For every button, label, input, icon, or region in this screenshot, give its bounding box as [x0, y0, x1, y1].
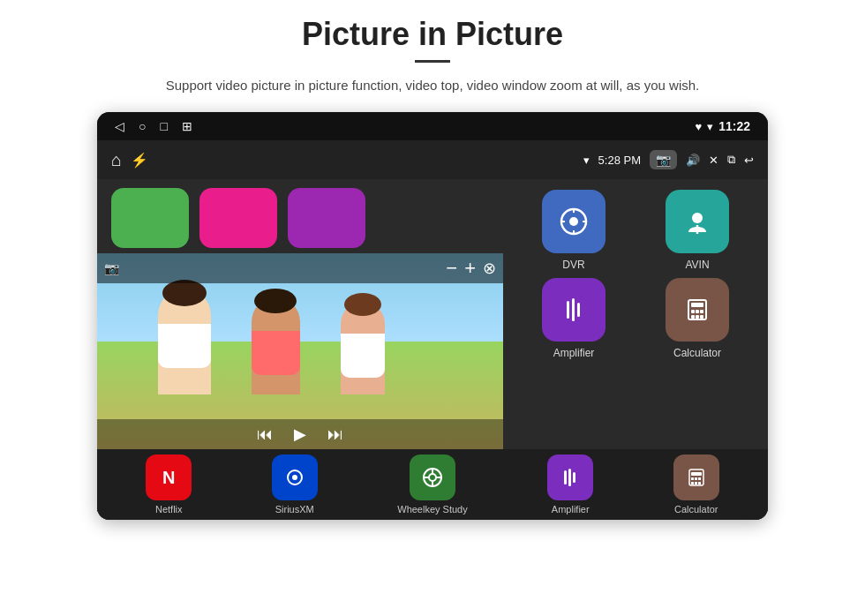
- back-icon[interactable]: ◁: [115, 119, 124, 133]
- nav-bar: ⌂ ⚡ ▾ 5:28 PM 📷 🔊 ✕ ⧉ ↩: [97, 140, 768, 179]
- right-apps: DVR AVIN: [503, 179, 768, 449]
- pip-rewind-icon[interactable]: ⏮: [257, 425, 273, 444]
- nav-wifi-icon: ▾: [583, 154, 590, 167]
- svg-point-2: [692, 213, 703, 223]
- camera-button[interactable]: 📷: [650, 150, 677, 169]
- shirt2: [252, 331, 300, 375]
- calculator-label: Calculator: [673, 347, 721, 359]
- pip-overlay: 📷 − + ⊗ ⏮ ▶ ⏭: [97, 253, 503, 449]
- pip-icon[interactable]: ⧉: [727, 153, 735, 167]
- pip-controls-bar: 📷 − + ⊗: [97, 253, 503, 283]
- siriusxm-icon-box: [272, 454, 318, 500]
- status-bar-right: ♥ ▾ 11:22: [695, 119, 750, 133]
- app-placeholder-2[interactable]: [199, 188, 277, 248]
- svg-rect-23: [564, 470, 567, 485]
- pip-resize-controls: − + ⊗: [446, 257, 496, 280]
- wheelkey-bottom-app[interactable]: Wheelkey Study: [397, 454, 467, 515]
- person1: [158, 289, 211, 394]
- amplifier-bottom-label: Amplifier: [552, 504, 590, 515]
- svg-rect-27: [691, 472, 702, 476]
- dvr-app-icon[interactable]: DVR: [515, 190, 632, 271]
- avin-icon-box: [666, 190, 729, 253]
- svg-rect-24: [568, 469, 571, 486]
- recent-apps-icon[interactable]: □: [160, 119, 167, 133]
- wifi-icon: ▾: [707, 120, 713, 133]
- pip-minus-icon[interactable]: −: [446, 257, 457, 280]
- home-icon[interactable]: ⌂: [111, 150, 122, 170]
- close-icon[interactable]: ✕: [709, 154, 718, 167]
- calculator-bottom-label: Calculator: [674, 504, 718, 515]
- wheelkey-icon-box: [410, 454, 455, 500]
- svg-rect-5: [572, 298, 575, 321]
- svg-point-1: [569, 217, 578, 226]
- netflix-icon-box: N: [146, 454, 192, 500]
- svg-rect-14: [700, 315, 703, 319]
- amplifier-bottom-app[interactable]: Amplifier: [547, 454, 593, 515]
- svg-rect-25: [573, 472, 575, 483]
- amplifier-label: Amplifier: [553, 347, 595, 359]
- svg-rect-9: [691, 310, 695, 313]
- page-container: Picture in Picture Support video picture…: [0, 0, 865, 616]
- status-bar: ◁ ○ □ ⊞ ♥ ▾ 11:22: [97, 112, 768, 140]
- dvr-label: DVR: [562, 259, 584, 271]
- svg-rect-8: [691, 303, 703, 307]
- svg-rect-6: [577, 303, 580, 317]
- pip-bottom-controls: ⏮ ▶ ⏭: [97, 419, 503, 449]
- siriusxm-label: SiriusXM: [275, 504, 314, 515]
- person3: [341, 302, 385, 394]
- svg-rect-30: [698, 477, 701, 480]
- usb-icon[interactable]: ⚡: [131, 152, 148, 169]
- page-subtitle: Support video picture in picture functio…: [166, 75, 699, 96]
- pip-play-icon[interactable]: ▶: [294, 424, 306, 444]
- calculator-icon-box: [666, 278, 729, 342]
- nav-time: 5:28 PM: [598, 154, 641, 167]
- pip-video-container[interactable]: 📷 − + ⊗ ⏮ ▶ ⏭: [97, 253, 503, 449]
- dvr-icon-box: [542, 190, 606, 253]
- title-divider: [415, 60, 450, 63]
- main-area: 📷 − + ⊗ ⏮ ▶ ⏭: [97, 179, 768, 520]
- pip-plus-icon[interactable]: +: [464, 257, 476, 280]
- calculator-bottom-app[interactable]: Calculator: [673, 454, 719, 515]
- svg-rect-32: [695, 482, 697, 485]
- siriusxm-bottom-app[interactable]: SiriusXM: [272, 454, 318, 515]
- nav-right: ▾ 5:28 PM 📷 🔊 ✕ ⧉ ↩: [583, 150, 754, 169]
- app-grid-area: 📷 − + ⊗ ⏮ ▶ ⏭: [97, 179, 768, 449]
- back-nav-icon[interactable]: ↩: [744, 154, 754, 167]
- svg-rect-4: [567, 301, 569, 319]
- app-placeholder-1[interactable]: [111, 188, 189, 248]
- avin-app-icon[interactable]: AVIN: [639, 190, 756, 271]
- pip-close-icon[interactable]: ⊗: [483, 259, 496, 278]
- svg-rect-29: [695, 477, 697, 480]
- svg-rect-10: [696, 310, 699, 313]
- pip-forward-icon[interactable]: ⏭: [327, 425, 343, 444]
- device-frame: ◁ ○ □ ⊞ ♥ ▾ 11:22 ⌂ ⚡ ▾ 5:28 PM 📷 🔊: [97, 112, 768, 520]
- app-row-behind: [97, 179, 503, 253]
- status-bar-left: ◁ ○ □ ⊞: [115, 119, 192, 133]
- hair1: [162, 280, 207, 306]
- shirt1: [158, 324, 211, 368]
- svg-rect-13: [696, 315, 699, 319]
- hair2: [254, 289, 297, 313]
- nav-left: ⌂ ⚡: [111, 150, 148, 170]
- volume-icon[interactable]: 🔊: [686, 154, 700, 167]
- calculator-app-icon[interactable]: Calculator: [639, 278, 756, 359]
- hair3: [344, 293, 381, 316]
- home-circle-icon[interactable]: ○: [139, 119, 146, 133]
- svg-rect-12: [691, 315, 695, 319]
- svg-point-16: [292, 475, 297, 480]
- menu-icon[interactable]: ⊞: [182, 119, 192, 133]
- status-time: 11:22: [718, 119, 750, 133]
- wheelkey-label: Wheelkey Study: [397, 504, 467, 515]
- svg-point-18: [429, 474, 436, 481]
- svg-rect-33: [698, 482, 701, 485]
- svg-rect-31: [691, 482, 694, 485]
- amplifier-bottom-icon-box: [547, 454, 593, 500]
- avin-label: AVIN: [685, 259, 709, 271]
- pip-camera-small-icon: 📷: [104, 261, 119, 275]
- netflix-bottom-app[interactable]: N Netflix: [146, 454, 192, 515]
- svg-rect-11: [700, 310, 703, 313]
- shirt3: [341, 334, 385, 378]
- amplifier-app-icon[interactable]: Amplifier: [515, 278, 632, 359]
- app-placeholder-3[interactable]: [288, 188, 365, 248]
- page-title: Picture in Picture: [302, 16, 563, 53]
